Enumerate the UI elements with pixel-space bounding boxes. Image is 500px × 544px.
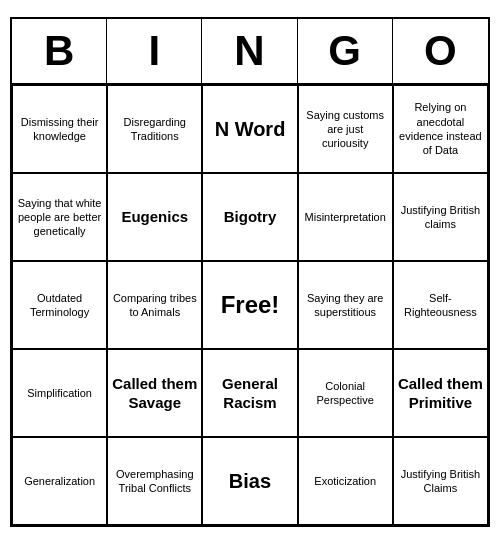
bingo-cell-2-3[interactable]: Saying they are superstitious	[298, 261, 393, 349]
bingo-cell-3-3[interactable]: Colonial Perspective	[298, 349, 393, 437]
bingo-cell-0-2[interactable]: N Word	[202, 85, 297, 173]
bingo-cell-2-1[interactable]: Comparing tribes to Animals	[107, 261, 202, 349]
bingo-cell-3-1[interactable]: Called them Savage	[107, 349, 202, 437]
bingo-cell-0-1[interactable]: Disregarding Traditions	[107, 85, 202, 173]
bingo-cell-4-2[interactable]: Bias	[202, 437, 297, 525]
bingo-cell-3-2[interactable]: General Racism	[202, 349, 297, 437]
bingo-cell-0-0[interactable]: Dismissing their knowledge	[12, 85, 107, 173]
bingo-header: BINGO	[12, 19, 488, 85]
bingo-cell-2-4[interactable]: Self-Righteousness	[393, 261, 488, 349]
bingo-letter-i: I	[107, 19, 202, 83]
bingo-cell-0-4[interactable]: Relying on anecdotal evidence instead of…	[393, 85, 488, 173]
bingo-grid: Dismissing their knowledgeDisregarding T…	[12, 85, 488, 525]
bingo-cell-1-3[interactable]: Misinterpretation	[298, 173, 393, 261]
bingo-cell-1-2[interactable]: Bigotry	[202, 173, 297, 261]
bingo-cell-3-0[interactable]: Simplification	[12, 349, 107, 437]
bingo-letter-g: G	[298, 19, 393, 83]
bingo-card: BINGO Dismissing their knowledgeDisregar…	[10, 17, 490, 527]
bingo-cell-4-1[interactable]: Overemphasing Tribal Conflicts	[107, 437, 202, 525]
bingo-letter-o: O	[393, 19, 488, 83]
bingo-cell-1-4[interactable]: Justifying British claims	[393, 173, 488, 261]
bingo-cell-2-2[interactable]: Free!	[202, 261, 297, 349]
bingo-letter-n: N	[202, 19, 297, 83]
bingo-cell-0-3[interactable]: Saying customs are just curiousity	[298, 85, 393, 173]
bingo-cell-4-0[interactable]: Generalization	[12, 437, 107, 525]
bingo-cell-1-0[interactable]: Saying that white people are better gene…	[12, 173, 107, 261]
bingo-cell-1-1[interactable]: Eugenics	[107, 173, 202, 261]
bingo-cell-4-3[interactable]: Exoticization	[298, 437, 393, 525]
bingo-cell-4-4[interactable]: Justifying British Claims	[393, 437, 488, 525]
bingo-cell-2-0[interactable]: Outdated Terminology	[12, 261, 107, 349]
bingo-cell-3-4[interactable]: Called them Primitive	[393, 349, 488, 437]
bingo-letter-b: B	[12, 19, 107, 83]
